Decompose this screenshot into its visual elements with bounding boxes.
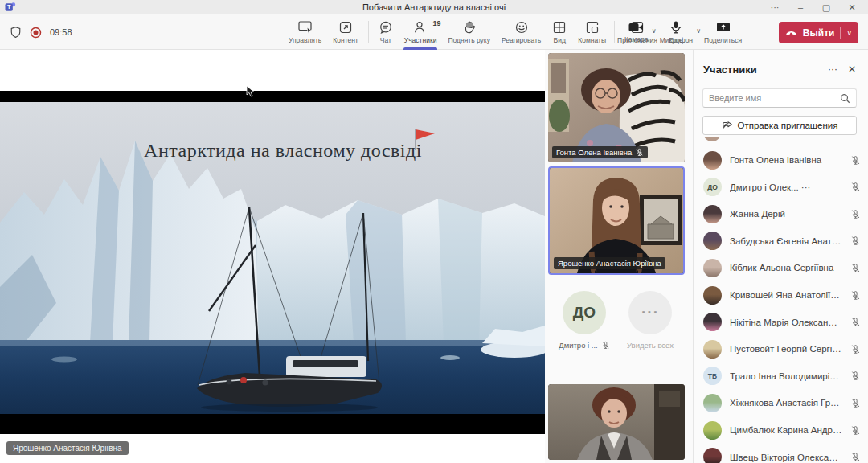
camera-icon — [628, 21, 645, 34]
mic-off-icon — [850, 182, 861, 192]
window-more-button[interactable]: ··· — [762, 0, 788, 14]
share-button[interactable]: Поделиться — [698, 14, 747, 50]
participant-avatar — [703, 394, 722, 412]
window-maximize-button[interactable]: ▢ — [813, 0, 839, 14]
teams-meeting-window: T Побачити Антарктиду на власні очі ··· … — [0, 0, 868, 463]
invite-button[interactable]: Отправка приглашения — [702, 116, 857, 135]
participant-row[interactable]: Гонта Олена Іванівна — [694, 146, 868, 174]
mic-off-icon — [850, 371, 861, 381]
shared-content-stage: Антарктида на власному досвіді — [0, 50, 545, 463]
panel-more-button[interactable]: ··· — [823, 61, 842, 77]
participant-name: Забудська Євгенія Анатоліївна — [730, 236, 842, 246]
camera-button[interactable]: ∨ Камера — [619, 14, 654, 50]
participants-count: 19 — [432, 19, 440, 27]
participant-row[interactable]: Цимбалюк Карина Андріївна — [694, 416, 868, 444]
participant-list: Гонта Олена Іванівна ДО Дмитро і Олек...… — [694, 137, 868, 463]
participant-row[interactable]: Жанна Дерій — [694, 200, 868, 227]
participant-name: Трало Інна Володимирівна — [730, 371, 842, 381]
participant-avatar — [703, 286, 722, 305]
participant-avatar — [703, 421, 722, 440]
leave-label: Выйти — [803, 27, 835, 39]
mic-off-icon — [850, 398, 861, 408]
participant-avatar — [703, 151, 722, 170]
participant-row[interactable]: Кривошей Яна Анатоліївна — [694, 281, 868, 309]
tile-name-label: Гонта Олена Іванівна — [552, 146, 648, 158]
recording-indicator-icon — [30, 27, 42, 39]
invite-label: Отправка приглашения — [738, 121, 838, 130]
participant-avatar: ТВ — [703, 367, 722, 385]
react-button[interactable]: Реагировать — [496, 14, 547, 50]
participant-search[interactable] — [702, 88, 857, 108]
mic-off-icon — [850, 344, 861, 354]
toolbar-divider — [614, 21, 615, 43]
see-everyone-label: Увидеть всех — [627, 341, 674, 350]
participant-avatar — [703, 205, 722, 223]
avatar-dmytro[interactable]: ДО Дмитро і ... — [556, 291, 612, 350]
panel-close-button[interactable]: ✕ — [842, 61, 862, 77]
rooms-icon — [585, 20, 600, 35]
participant-avatar — [703, 259, 722, 277]
toolbar-divider — [368, 21, 369, 43]
participant-avatar — [703, 340, 722, 359]
leave-divider — [840, 27, 841, 39]
participant-avatar — [703, 232, 722, 250]
participant-row[interactable]: Кіблик Альона Сергіївна — [694, 254, 868, 281]
participant-row[interactable]: Пустовойт Георгій Сергійович — [694, 335, 868, 363]
chat-button[interactable]: Чат — [373, 14, 399, 50]
participant-row[interactable]: Хіжнякова Анастасія Григорі... — [694, 389, 868, 416]
video-tile-yaroshenko-active[interactable]: Ярошенко Анастасія Юріївна — [548, 166, 685, 275]
video-tile-bottom[interactable] — [548, 384, 685, 460]
presenter-name-tag: Ярошенко Анастасія Юріївна — [6, 441, 129, 455]
window-close-button[interactable]: ✕ — [839, 0, 865, 14]
mic-off-icon — [850, 317, 861, 327]
meeting-toolbar: 09:58 Управлять Контент — [0, 14, 868, 50]
hangup-icon — [785, 29, 797, 37]
participant-avatar — [703, 313, 722, 331]
participant-name: Хіжнякова Анастасія Григорі... — [730, 398, 842, 408]
participant-row[interactable]: ДО Дмитро і Олек... ··· — [694, 174, 868, 201]
video-tile-gonta[interactable]: Гонта Олена Іванівна — [548, 53, 685, 162]
participant-row[interactable]: Нікітіна Марія Олександрівна — [694, 309, 868, 336]
search-icon — [840, 93, 850, 104]
scrolled-partial-avatar — [703, 137, 721, 143]
participant-row[interactable]: Швець Вікторія Олександрівна — [694, 444, 868, 463]
mic-button[interactable]: ∨ Микрофон — [654, 14, 698, 50]
title-bar: T Побачити Антарктиду на власні очі ··· … — [0, 0, 868, 14]
raise-hand-button[interactable]: Поднять руку — [442, 14, 496, 50]
mic-off-icon — [850, 155, 861, 166]
avatar-initials: ДО — [563, 291, 606, 334]
manage-button[interactable]: Управлять — [283, 14, 327, 50]
window-title: Побачити Антарктиду на власні очі — [0, 2, 868, 12]
participant-avatar — [703, 448, 722, 463]
participant-name: Дмитро і Олек... ··· — [730, 182, 842, 192]
participants-icon — [413, 20, 428, 35]
participants-button[interactable]: 19 Участники — [399, 14, 443, 50]
participants-panel: Участники ··· ✕ Отправка приглашения Гон… — [693, 50, 868, 463]
share-screen-icon — [715, 21, 731, 35]
participant-name: Нікітіна Марія Олександрівна — [730, 318, 842, 327]
rooms-button[interactable]: Комнаты — [572, 14, 612, 50]
slide-title-text: Антарктида на власному досвіді — [144, 140, 422, 161]
content-button[interactable]: Контент — [327, 14, 364, 50]
participant-row[interactable]: ТВ Трало Інна Володимирівна — [694, 363, 868, 390]
participant-name: Кривошей Яна Анатоліївна — [730, 290, 842, 300]
participant-row[interactable]: Забудська Євгенія Анатоліївна — [694, 227, 868, 255]
participant-name: Жанна Дерій — [730, 209, 842, 219]
view-button[interactable]: Вид — [547, 14, 572, 50]
mouse-cursor — [246, 85, 255, 97]
mic-off-icon — [635, 148, 644, 157]
leave-button[interactable]: Выйти ∨ — [779, 22, 858, 43]
shield-icon[interactable] — [10, 26, 22, 39]
search-input[interactable] — [709, 93, 840, 103]
slide-antarctica-image: Антарктида на власному досвіді — [0, 102, 545, 414]
leave-dropdown-chevron[interactable]: ∨ — [846, 29, 852, 37]
microphone-icon — [669, 20, 682, 35]
participant-name: Цимбалюк Карина Андріївна — [730, 425, 842, 435]
see-everyone-button[interactable]: ··· Увидеть всех — [622, 291, 678, 350]
panel-title: Участники — [703, 64, 823, 76]
mic-off-icon — [850, 425, 861, 436]
mic-off-icon — [850, 263, 861, 273]
video-tiles-column: Гонта Олена Іванівна Ярошенко Анаста — [548, 50, 686, 463]
window-minimize-button[interactable]: – — [788, 0, 813, 14]
view-grid-icon — [552, 20, 567, 35]
